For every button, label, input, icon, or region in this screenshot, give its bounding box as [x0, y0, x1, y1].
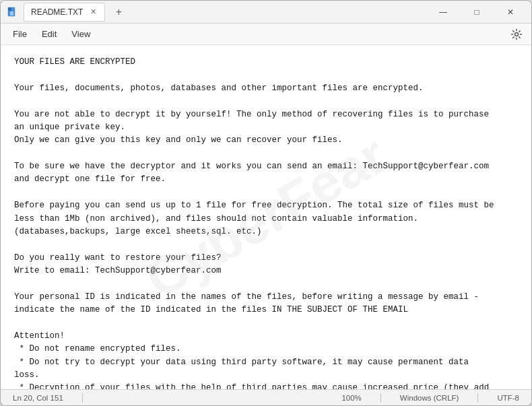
svg-point-5	[515, 32, 519, 36]
settings-icon[interactable]	[507, 25, 526, 44]
menu-view[interactable]: View	[65, 26, 97, 42]
text-content-area[interactable]: CyberFear YOUR FILES ARE ENCRYPTED Your …	[1, 45, 531, 389]
tab-close-button[interactable]: ✕	[88, 7, 98, 17]
svg-rect-1	[8, 7, 11, 11]
status-divider-3	[477, 393, 478, 403]
active-tab[interactable]: README.TXT ✕	[24, 3, 105, 22]
menu-bar: File Edit View	[1, 24, 531, 45]
app-icon	[6, 6, 18, 18]
maximize-button[interactable]: □	[461, 2, 492, 22]
tab-label: README.TXT	[31, 7, 83, 17]
cursor-position: Ln 20, Col 151	[7, 394, 69, 402]
main-window: README.TXT ✕ + — □ ✕ File Edit View Cybe…	[0, 0, 532, 406]
menu-items: File Edit View	[6, 26, 97, 42]
encoding[interactable]: UTF-8	[492, 394, 525, 402]
status-divider-2	[380, 393, 381, 403]
line-ending[interactable]: Windows (CRLF)	[395, 394, 465, 402]
document-text: YOUR FILES ARE ENCRYPTED Your files, doc…	[14, 56, 518, 389]
window-controls: — □ ✕	[428, 2, 526, 22]
status-divider-1	[82, 393, 83, 403]
status-bar: Ln 20, Col 151 100% Windows (CRLF) UTF-8	[1, 389, 531, 405]
menu-edit[interactable]: Edit	[35, 26, 63, 42]
minimize-button[interactable]: —	[428, 2, 459, 22]
title-bar: README.TXT ✕ + — □ ✕	[1, 1, 531, 24]
close-button[interactable]: ✕	[495, 2, 526, 22]
zoom-level[interactable]: 100%	[336, 394, 366, 402]
menu-file[interactable]: File	[6, 26, 34, 42]
new-tab-button[interactable]: +	[110, 4, 127, 20]
